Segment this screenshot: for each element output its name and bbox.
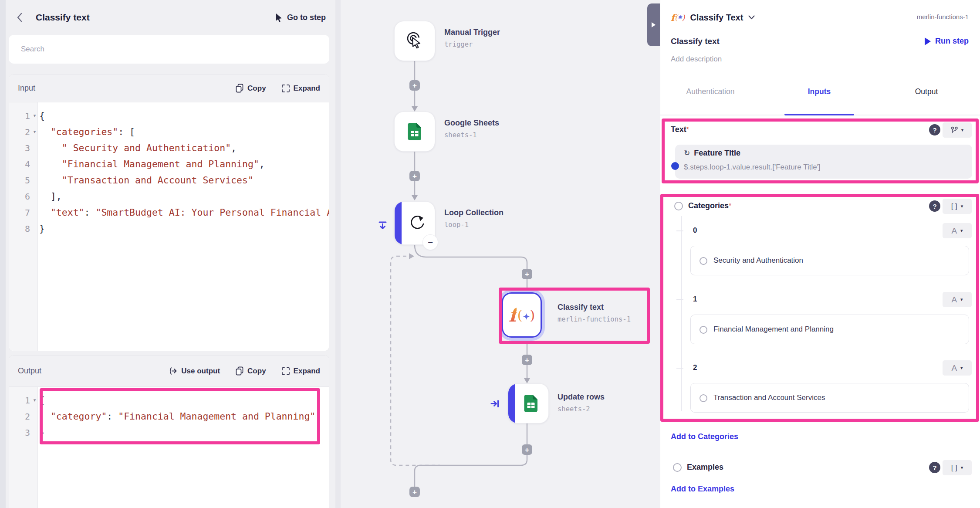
array-type-selector[interactable]: [ ]▾ <box>943 460 972 475</box>
expand-input-button[interactable]: Expand <box>282 84 320 93</box>
value-toggle-icon[interactable] <box>700 394 707 402</box>
input-code-editor[interactable]: 1▾{2▾ "categories": [3 " Security and Au… <box>9 102 329 351</box>
node-google-sheets[interactable] <box>394 112 435 152</box>
copy-input-button[interactable]: Copy <box>236 84 266 93</box>
merlin-functions-icon: f( ) <box>509 305 535 326</box>
examples-label: Examples <box>687 463 723 472</box>
category-item-value: Transaction and Account Services <box>713 393 825 402</box>
input-header: Input Copy Expand <box>9 75 329 102</box>
category-item-index: 2 <box>693 363 697 372</box>
use-output-label: Use output <box>181 367 220 376</box>
code-text: "categories": [ <box>39 126 135 137</box>
add-to-categories-link[interactable]: Add to Categories <box>671 432 738 441</box>
category-item-input[interactable]: Financial Management and Planning <box>690 315 969 344</box>
search-input[interactable] <box>9 35 329 64</box>
line-number: 6 <box>9 191 30 202</box>
loop-icon <box>407 213 427 233</box>
line-number: 5 <box>9 175 30 186</box>
code-text: "Transaction and Account Services" <box>39 175 253 186</box>
node-subtitle: sheets-1 <box>444 131 477 139</box>
add-step-button[interactable]: + <box>409 80 420 91</box>
fold-icon[interactable]: ▾ <box>30 129 39 135</box>
step-type-label: Classify Text <box>690 13 743 23</box>
panel-title: Classify text <box>36 12 90 23</box>
cursor-icon <box>275 13 283 22</box>
category-item-input[interactable]: Transaction and Account Services <box>690 383 969 413</box>
node-classify-text[interactable]: f( ) <box>502 292 542 338</box>
text-type-icon: A <box>951 226 957 236</box>
branch-icon <box>951 126 958 134</box>
expand-icon <box>282 367 290 375</box>
collapse-loop-button[interactable]: − <box>423 235 438 250</box>
use-output-button[interactable]: Use output <box>168 367 220 376</box>
text-type-icon: A <box>951 363 957 373</box>
help-icon[interactable]: ? <box>929 200 940 212</box>
back-icon[interactable] <box>13 11 26 24</box>
merlin-functions-icon: f(✱) <box>671 12 685 23</box>
input-section: Input Copy Expand 1▾{2▾ "categories": [3… <box>9 74 329 351</box>
chevron-down-icon <box>748 15 755 20</box>
go-to-step-label: Go to step <box>287 13 326 22</box>
help-icon[interactable]: ? <box>929 124 940 135</box>
string-type-selector[interactable]: A▾ <box>943 360 972 376</box>
add-step-button[interactable]: + <box>522 269 532 279</box>
caret-down-icon: ▾ <box>961 465 963 471</box>
collapse-panel-handle[interactable] <box>647 3 660 46</box>
string-type-selector[interactable]: A▾ <box>943 292 972 307</box>
expand-output-button[interactable]: Expand <box>282 367 320 376</box>
run-step-button[interactable]: Run step <box>925 37 969 46</box>
node-manual-trigger[interactable] <box>394 21 435 61</box>
input-code: 1▾{2▾ "categories": [3 " Security and Au… <box>9 108 329 237</box>
go-to-step-button[interactable]: Go to step <box>275 13 326 22</box>
value-toggle-icon[interactable] <box>700 257 707 265</box>
fold-icon[interactable]: ▾ <box>30 113 39 119</box>
category-item-input[interactable]: Security and Authentication <box>690 246 969 275</box>
line-number: 4 <box>9 159 30 169</box>
output-code-editor[interactable]: 1▾{2 "category": "Financial Management a… <box>9 387 329 508</box>
tab-output[interactable]: Output <box>915 87 938 96</box>
step-type-header[interactable]: f(✱) Classify Text <box>671 10 755 25</box>
node-subtitle: loop-1 <box>444 221 469 229</box>
tab-authentication[interactable]: Authentication <box>686 87 735 96</box>
add-step-button[interactable]: + <box>522 444 532 455</box>
output-section: Output Use output Copy Expand 1▾{2 "cate… <box>9 355 329 508</box>
copy-output-button[interactable]: Copy <box>236 366 266 376</box>
left-rail <box>0 0 6 508</box>
caret-down-icon: ▾ <box>961 127 964 133</box>
array-type-selector[interactable]: [ ]▾ <box>943 199 972 214</box>
add-to-examples-link[interactable]: Add to Examples <box>671 484 734 494</box>
copy-label: Copy <box>247 367 266 376</box>
add-description[interactable]: Add description <box>671 55 722 64</box>
enter-step-icon <box>490 399 500 409</box>
fold-icon[interactable]: ▾ <box>30 397 39 403</box>
brackets-icon: [ ] <box>951 202 957 211</box>
add-step-button[interactable]: + <box>409 487 420 497</box>
node-subtitle: sheets-2 <box>558 405 590 413</box>
output-label: Output <box>18 366 168 376</box>
add-step-button[interactable]: + <box>522 355 532 365</box>
string-type-selector[interactable]: A▾ <box>943 223 972 238</box>
node-title: Google Sheets <box>444 119 499 128</box>
categories-toggle-icon[interactable] <box>674 202 683 210</box>
examples-toggle-icon[interactable] <box>673 463 682 472</box>
workflow-canvas[interactable]: + + + + + + Manual Trigger trigger Googl… <box>341 0 660 508</box>
help-icon[interactable]: ? <box>929 462 940 473</box>
tab-inputs[interactable]: Inputs <box>808 87 831 96</box>
run-step-label: Run step <box>935 37 969 46</box>
node-update-rows[interactable] <box>508 383 549 423</box>
add-step-button[interactable]: + <box>409 171 420 181</box>
value-toggle-icon[interactable] <box>700 326 707 334</box>
node-title: Manual Trigger <box>444 28 500 37</box>
line-number: 1 <box>9 395 30 406</box>
code-line: 5 "Transaction and Account Services" <box>9 172 329 188</box>
binding-indicator-dot <box>671 162 679 170</box>
line-number: 2 <box>9 411 30 422</box>
caret-down-icon: ▾ <box>960 365 963 371</box>
tree-line <box>681 216 682 411</box>
chevron-right-icon <box>652 22 656 27</box>
text-field-value[interactable]: ↻ Feature Title $.steps.loop-1.value.res… <box>675 145 972 179</box>
code-text: } <box>39 427 45 438</box>
line-number: 8 <box>9 224 30 234</box>
value-type-selector-expression[interactable]: ▾ <box>943 122 972 138</box>
code-text: "text": "SmartBudget AI: Your Personal F… <box>39 207 329 218</box>
